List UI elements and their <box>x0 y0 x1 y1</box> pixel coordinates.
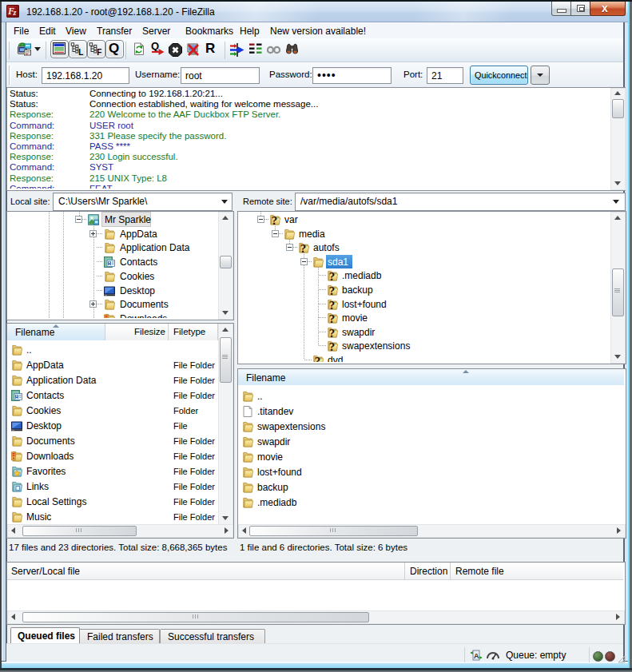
svg-text:L: L <box>78 48 83 56</box>
svg-text:A: A <box>474 652 479 660</box>
svg-text:F: F <box>97 48 101 56</box>
